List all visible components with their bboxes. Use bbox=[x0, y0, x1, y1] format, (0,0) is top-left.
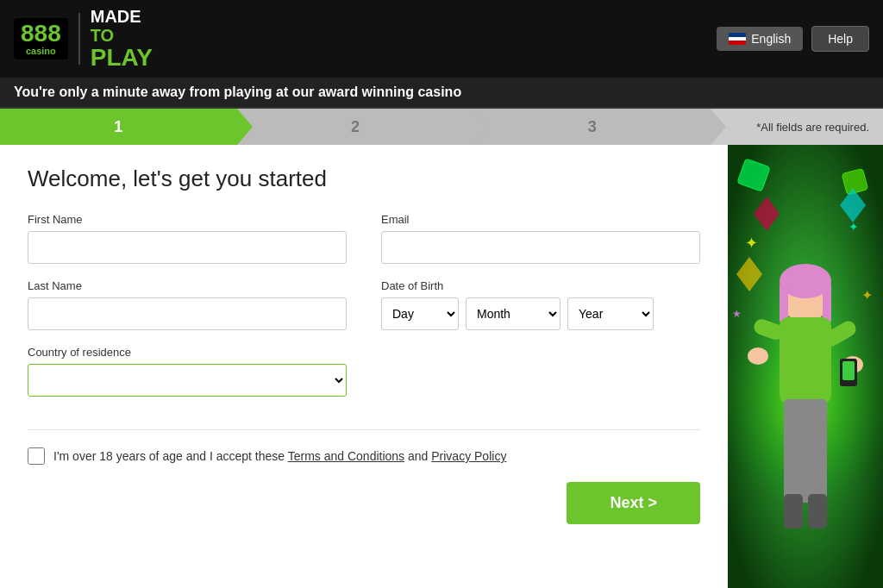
logo-to: TO bbox=[91, 26, 153, 45]
progress-bar: 1 2 3 *All fields are required. bbox=[0, 109, 883, 145]
checkbox-text: I'm over 18 years of age and I accept th… bbox=[53, 449, 506, 463]
first-name-input[interactable] bbox=[28, 231, 347, 264]
svg-rect-18 bbox=[784, 399, 827, 503]
country-group: Country of residence United Kingdom Unit… bbox=[28, 346, 347, 397]
progress-step-2[interactable]: 2 bbox=[237, 109, 474, 145]
tagline-text: You're only a minute away from playing a… bbox=[14, 84, 461, 99]
svg-rect-11 bbox=[780, 317, 831, 403]
dob-day-select[interactable]: Day for(let i=1;i<=31;i++) document.writ… bbox=[381, 297, 459, 330]
svg-text:✦: ✦ bbox=[861, 288, 873, 303]
flag-icon bbox=[729, 33, 746, 45]
dob-row: Day for(let i=1;i<=31;i++) document.writ… bbox=[381, 297, 700, 330]
country-select[interactable]: United Kingdom United States Canada Aust… bbox=[28, 364, 347, 397]
logo-divider bbox=[78, 13, 80, 65]
dob-year-select[interactable]: Year for(let y=2005;y>=1920;y--) documen… bbox=[567, 297, 654, 330]
privacy-link[interactable]: Privacy Policy bbox=[431, 449, 506, 463]
logo-tagline: MADE TO PLAY bbox=[91, 7, 153, 72]
svg-text:✦: ✦ bbox=[849, 220, 859, 234]
last-name-label: Last Name bbox=[28, 279, 347, 292]
casino-image: ✦ ✦ ✦ ★ bbox=[728, 145, 883, 588]
svg-point-14 bbox=[748, 347, 768, 365]
svg-text:★: ★ bbox=[732, 308, 742, 320]
dob-group: Date of Birth Day for(let i=1;i<=31;i++)… bbox=[381, 279, 700, 330]
terms-link[interactable]: Terms and Conditions bbox=[288, 449, 404, 463]
page-title: Welcome, let's get you started bbox=[28, 166, 700, 192]
dob-label: Date of Birth bbox=[381, 279, 700, 292]
next-button[interactable]: Next > bbox=[567, 482, 700, 524]
logo-casino: casino bbox=[26, 46, 56, 56]
last-name-group: Last Name bbox=[28, 279, 347, 330]
main-area: Welcome, let's get you started First Nam… bbox=[0, 145, 883, 588]
svg-rect-19 bbox=[784, 494, 803, 529]
svg-rect-17 bbox=[842, 361, 855, 380]
email-group: Email bbox=[381, 213, 700, 264]
header: 888 casino MADE TO PLAY English Help bbox=[0, 0, 883, 78]
dob-month-select[interactable]: Month January February March April May J… bbox=[466, 297, 560, 330]
first-name-group: First Name bbox=[28, 213, 347, 264]
form-col-left: First Name Last Name Country of residenc… bbox=[28, 213, 347, 412]
progress-step-1[interactable]: 1 bbox=[0, 109, 237, 145]
image-panel: ✦ ✦ ✦ ★ bbox=[728, 145, 883, 588]
first-name-label: First Name bbox=[28, 213, 347, 226]
svg-rect-20 bbox=[808, 494, 827, 529]
form-col-right: Email Date of Birth Day for(let i=1;i<=3… bbox=[381, 213, 700, 412]
email-input[interactable] bbox=[381, 231, 700, 264]
header-right: English Help bbox=[717, 26, 869, 52]
progress-step-3[interactable]: 3 bbox=[473, 109, 711, 145]
language-label: English bbox=[751, 32, 791, 46]
tagline-bar: You're only a minute away from playing a… bbox=[0, 78, 883, 109]
required-note: *All fields are required. bbox=[711, 121, 883, 134]
form-divider bbox=[28, 429, 700, 430]
language-button[interactable]: English bbox=[717, 27, 803, 51]
logo-area: 888 casino MADE TO PLAY bbox=[14, 7, 153, 72]
logo-number: 888 bbox=[21, 22, 61, 46]
svg-text:✦: ✦ bbox=[745, 235, 758, 252]
logo-made: MADE bbox=[91, 7, 153, 26]
help-button[interactable]: Help bbox=[811, 26, 869, 52]
email-label: Email bbox=[381, 213, 700, 226]
terms-row: I'm over 18 years of age and I accept th… bbox=[28, 447, 700, 465]
logo-888: 888 casino bbox=[14, 18, 68, 59]
country-label: Country of residence bbox=[28, 346, 347, 359]
button-row: Next > bbox=[28, 482, 700, 524]
form-layout: First Name Last Name Country of residenc… bbox=[28, 213, 700, 412]
age-checkbox[interactable] bbox=[28, 447, 45, 465]
last-name-input[interactable] bbox=[28, 297, 347, 330]
logo-play: PLAY bbox=[91, 45, 153, 72]
form-section: Welcome, let's get you started First Nam… bbox=[0, 145, 728, 588]
